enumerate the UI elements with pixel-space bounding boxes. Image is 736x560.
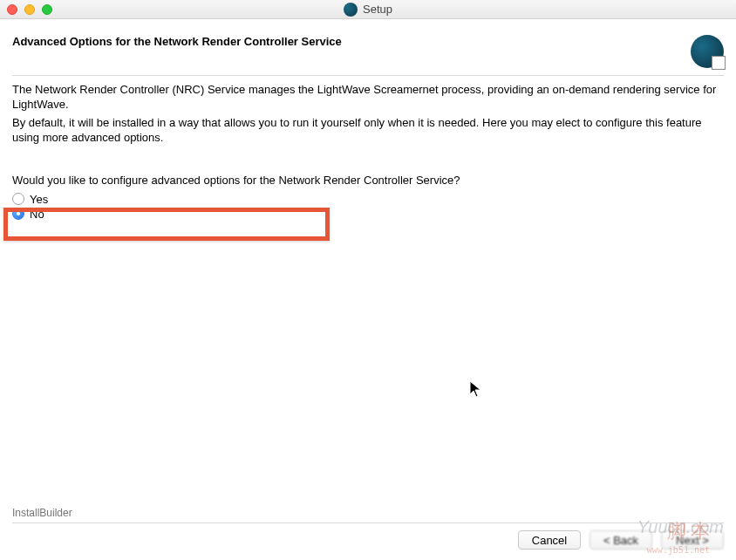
description-p2: By default, it will be installed in a wa… xyxy=(12,116,724,146)
close-icon[interactable] xyxy=(7,4,17,15)
radio-option-yes[interactable]: Yes xyxy=(12,192,724,207)
zoom-icon[interactable] xyxy=(42,4,52,15)
minimize-icon[interactable] xyxy=(24,4,35,15)
radio-label-yes: Yes xyxy=(30,193,48,206)
cursor-icon xyxy=(469,380,483,400)
page-content: Advanced Options for the Network Render … xyxy=(0,19,736,222)
radio-icon xyxy=(12,208,24,220)
description-p1: The Network Render Controller (NRC) Serv… xyxy=(12,83,724,113)
next-button[interactable]: Next > xyxy=(661,530,724,550)
window-title-wrap: Setup xyxy=(344,3,392,17)
back-button[interactable]: < Back xyxy=(589,530,652,550)
page-heading: Advanced Options for the Network Render … xyxy=(12,35,342,48)
radio-label-no: No xyxy=(30,208,44,221)
window-titlebar: Setup xyxy=(0,0,736,19)
button-row: Cancel < Back Next > xyxy=(12,530,724,550)
radio-group: Yes No xyxy=(12,192,724,222)
app-icon xyxy=(344,3,358,17)
footer-divider xyxy=(12,522,724,523)
footer-brand: InstallBuilder xyxy=(12,507,724,519)
radio-icon xyxy=(12,193,24,205)
window-title: Setup xyxy=(363,3,392,16)
lightwave-logo-icon xyxy=(691,35,724,68)
traffic-lights xyxy=(0,4,52,15)
divider xyxy=(12,75,724,76)
footer: InstallBuilder Cancel < Back Next > xyxy=(0,507,736,560)
header-row: Advanced Options for the Network Render … xyxy=(0,19,736,75)
cancel-button[interactable]: Cancel xyxy=(518,530,581,550)
question-block: Would you like to configure advanced opt… xyxy=(0,149,736,222)
description-block: The Network Render Controller (NRC) Serv… xyxy=(0,83,736,146)
question-prompt: Would you like to configure advanced opt… xyxy=(12,174,724,187)
radio-option-no[interactable]: No xyxy=(12,207,724,222)
